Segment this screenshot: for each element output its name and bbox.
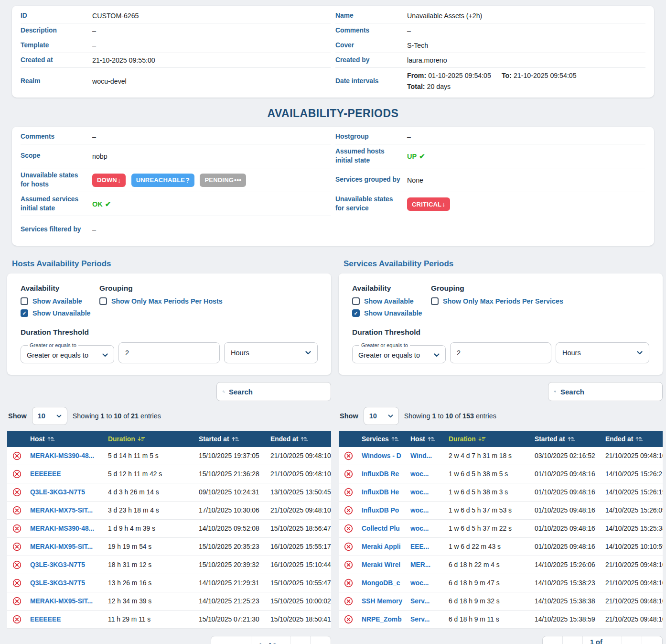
host-link[interactable]: woc... xyxy=(410,489,441,496)
host-link[interactable]: Serv... xyxy=(410,616,441,623)
duration-cell: 18 h 31 m 12 s xyxy=(104,556,195,574)
unavailable-icon xyxy=(12,579,21,588)
search-input[interactable] xyxy=(229,388,325,396)
service-link[interactable]: InfluxDB He xyxy=(362,489,403,496)
info-row-comments: Comments – xyxy=(335,23,645,38)
host-link[interactable]: woc... xyxy=(410,525,441,532)
page-select[interactable]: 1 of 3 xyxy=(251,636,290,644)
host-link[interactable]: MERAKI-MX95-SIT... xyxy=(30,543,100,550)
prev-page-button[interactable]: ‹ xyxy=(563,636,583,644)
service-link[interactable]: Meraki Wirel xyxy=(362,561,403,568)
sortable-column-header[interactable]: Services xyxy=(358,431,407,447)
last-page-button[interactable]: » xyxy=(311,636,331,644)
host-link[interactable]: EEEEEEE xyxy=(30,470,100,478)
question-icon: ? xyxy=(185,176,190,184)
ended-cell: 15/10/2025 18:50:41 xyxy=(267,611,331,629)
cover-value: S-Tech xyxy=(407,42,645,49)
page-size-select[interactable]: 10 xyxy=(364,407,399,425)
critical-status-cell xyxy=(339,611,358,629)
search-icon xyxy=(554,388,556,395)
operator-select[interactable]: Greater or equals to Greater or equals t… xyxy=(352,342,446,363)
service-link[interactable]: Meraki Appli xyxy=(362,543,403,550)
unit-select[interactable]: Hours xyxy=(556,342,649,363)
service-link[interactable]: SSH Memory xyxy=(362,598,403,605)
host-link[interactable]: woc... xyxy=(410,470,441,478)
host-link[interactable]: Serv... xyxy=(410,598,441,605)
threshold-value-input[interactable] xyxy=(457,349,545,357)
next-page-button[interactable]: › xyxy=(622,636,642,644)
host-link[interactable]: EEE... xyxy=(410,543,441,550)
host-link[interactable]: EEEEEEE xyxy=(30,616,100,623)
checkbox-icon[interactable] xyxy=(21,309,28,317)
service-link[interactable]: Windows - D xyxy=(362,452,403,459)
sortable-column-header[interactable]: Ended at xyxy=(602,431,663,447)
operator-select[interactable]: Greater or equals to Greater or equals t… xyxy=(21,342,114,363)
sortable-column-header[interactable]: Duration xyxy=(445,431,531,447)
checkbox-icon[interactable] xyxy=(21,297,28,305)
sortable-column-header[interactable]: Host xyxy=(407,431,445,447)
service-link[interactable]: InfluxDB Re xyxy=(362,470,403,478)
unavailable-icon xyxy=(344,560,353,569)
service-link[interactable]: MongoDB_c xyxy=(362,579,403,587)
info-row-service-states: Unavailable states for service CRITICAL↓ xyxy=(335,192,645,216)
critical-status-cell xyxy=(7,502,26,520)
host-link[interactable]: Q3LE-3KG3-N7T5 xyxy=(30,579,100,587)
page-size-select[interactable]: 10 xyxy=(32,407,67,425)
host-link[interactable]: woc... xyxy=(410,507,441,514)
ended-cell: 14/10/2025 15:25:38 xyxy=(602,520,663,538)
host-cell: MERAKI-MX75-SIT... xyxy=(26,502,104,520)
search-input[interactable] xyxy=(560,388,656,396)
critical-status-cell xyxy=(7,465,26,483)
host-link[interactable]: MERAKI-MX95-SIT... xyxy=(30,598,100,605)
checkbox-icon[interactable] xyxy=(352,309,360,317)
host-link[interactable]: MER... xyxy=(410,561,441,568)
unavailable-icon xyxy=(344,469,353,479)
info-row-created-by: Created by laura.moreno xyxy=(335,53,645,68)
host-link[interactable]: MERAKI-MX75-SIT... xyxy=(30,507,100,514)
service-link[interactable]: NRPE_Zomb xyxy=(362,616,403,623)
sort-icon xyxy=(635,436,643,442)
threshold-value-input[interactable] xyxy=(125,349,213,357)
ended-cell: 14/10/2025 10:10:59 xyxy=(602,538,663,556)
next-page-button[interactable]: › xyxy=(290,636,311,644)
unit-select[interactable]: Hours xyxy=(224,342,318,363)
started-cell: 14/10/2025 21:25:23 xyxy=(195,592,267,611)
checkbox-icon[interactable] xyxy=(352,297,360,305)
sortable-column-header[interactable]: Duration xyxy=(104,431,195,447)
table-row: Q3LE-3KG3-N7T54 d 3 h 26 m 14 s09/10/202… xyxy=(7,483,331,502)
host-link[interactable]: Q3LE-3KG3-N7T5 xyxy=(30,561,100,568)
periods-right-column: Hostgroup – Assumed hosts initial state … xyxy=(335,130,645,243)
prev-page-button[interactable]: ‹ xyxy=(231,636,251,644)
max-periods-checkbox[interactable]: Show Only Max Periods Per Hosts xyxy=(99,297,318,305)
duration-cell: 2 w 4 d 7 h 31 m 18 s xyxy=(445,447,531,465)
show-available-checkbox[interactable]: Show Available xyxy=(352,297,431,305)
host-link[interactable]: MERAKI-MS390-48... xyxy=(30,452,100,459)
started-cell: 01/10/2025 09:48:16 xyxy=(531,502,602,520)
host-link[interactable]: Q3LE-3KG3-N7T5 xyxy=(30,489,100,496)
service-link[interactable]: Collectd Plu xyxy=(362,525,403,532)
service-cell: NRPE_Zomb xyxy=(358,611,407,629)
duration-cell: 6 d 18 h 22 m 4 s xyxy=(445,556,531,574)
host-link[interactable]: MERAKI-MS390-48... xyxy=(30,525,100,532)
sortable-column-header[interactable]: Started at xyxy=(531,431,602,447)
sortable-column-header[interactable]: Ended at xyxy=(267,431,331,447)
show-available-checkbox[interactable]: Show Available xyxy=(21,297,99,305)
critical-status-cell xyxy=(7,447,26,465)
host-link[interactable]: Wind... xyxy=(410,452,441,459)
page-select[interactable]: 1 of 16 xyxy=(583,636,622,644)
last-page-button[interactable]: » xyxy=(642,636,662,644)
critical-status-cell xyxy=(339,520,358,538)
host-link[interactable]: woc... xyxy=(410,579,441,587)
sortable-column-header[interactable]: Host xyxy=(26,431,104,447)
service-link[interactable]: InfluxDB Po xyxy=(362,507,403,514)
checkbox-icon[interactable] xyxy=(431,297,439,305)
checkbox-icon[interactable] xyxy=(99,297,107,305)
first-page-button[interactable]: « xyxy=(543,636,563,644)
services-filter-panel: Availability Show Available Show Unavail… xyxy=(339,273,663,375)
show-unavailable-checkbox[interactable]: Show Unavailable xyxy=(21,309,99,317)
first-page-button[interactable]: « xyxy=(211,636,231,644)
show-unavailable-checkbox[interactable]: Show Unavailable xyxy=(352,309,431,317)
max-periods-checkbox[interactable]: Show Only Max Periods Per Services xyxy=(431,297,649,305)
sortable-column-header[interactable]: Started at xyxy=(195,431,267,447)
created-at-label: Created at xyxy=(21,56,92,65)
